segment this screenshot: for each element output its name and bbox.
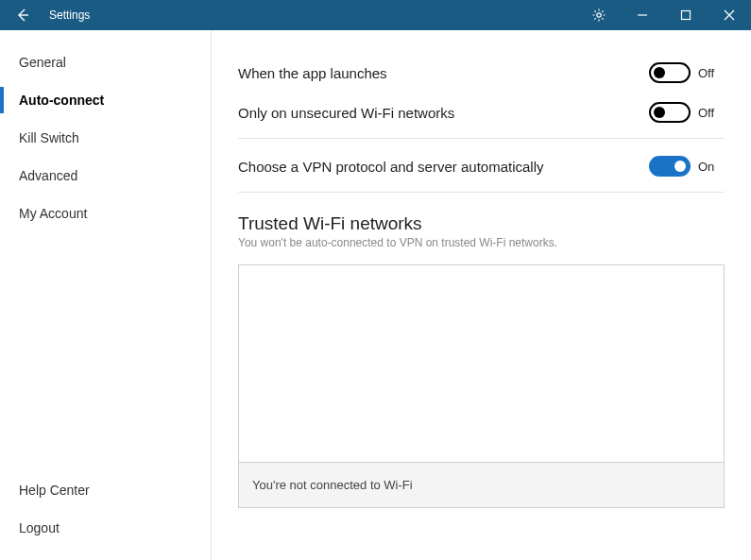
close-button[interactable] bbox=[708, 0, 751, 30]
sidebar-item-label: General bbox=[19, 55, 66, 70]
setting-row-auto-protocol: Choose a VPN protocol and server automat… bbox=[238, 146, 725, 186]
app-body: General Auto-connect Kill Switch Advance… bbox=[0, 30, 751, 560]
gear-icon bbox=[591, 8, 606, 23]
content-pane: When the app launches Off Only on unsecu… bbox=[212, 30, 751, 560]
svg-point-0 bbox=[597, 13, 601, 17]
sidebar-item-advanced[interactable]: Advanced bbox=[0, 157, 211, 195]
sidebar-nav: General Auto-connect Kill Switch Advance… bbox=[0, 43, 211, 471]
sidebar-item-label: My Account bbox=[19, 206, 87, 221]
setting-label: Only on unsecured Wi-Fi networks bbox=[238, 105, 649, 121]
titlebar: Settings bbox=[0, 0, 751, 30]
trusted-networks-list-area[interactable] bbox=[239, 265, 724, 462]
setting-label: When the app launches bbox=[238, 65, 649, 81]
minimize-button[interactable] bbox=[621, 0, 664, 30]
toggle-app-launch[interactable] bbox=[649, 62, 691, 83]
sidebar-item-label: Help Center bbox=[19, 483, 90, 498]
toggle-unsecured-wifi[interactable] bbox=[649, 102, 691, 123]
trusted-networks-title: Trusted Wi-Fi networks bbox=[238, 213, 725, 234]
sidebar-item-label: Logout bbox=[19, 520, 60, 535]
sidebar-item-general[interactable]: General bbox=[0, 43, 211, 81]
back-button[interactable] bbox=[0, 0, 45, 30]
sidebar: General Auto-connect Kill Switch Advance… bbox=[0, 30, 212, 560]
window-title: Settings bbox=[45, 8, 90, 22]
divider bbox=[238, 192, 725, 193]
toggle-auto-protocol[interactable] bbox=[649, 156, 691, 177]
sidebar-item-label: Advanced bbox=[19, 168, 77, 183]
setting-row-unsecured-wifi: Only on unsecured Wi-Fi networks Off bbox=[238, 93, 725, 132]
sidebar-item-my-account[interactable]: My Account bbox=[0, 195, 211, 232]
divider bbox=[238, 138, 725, 139]
svg-rect-1 bbox=[682, 11, 691, 20]
close-icon bbox=[724, 9, 735, 21]
toggle-knob bbox=[654, 67, 665, 78]
trusted-networks-subtitle: You won't be auto-connected to VPN on tr… bbox=[238, 236, 725, 249]
sidebar-item-label: Kill Switch bbox=[19, 130, 79, 145]
setting-row-app-launch: When the app launches Off bbox=[238, 53, 725, 93]
toggle-state-text: Off bbox=[698, 66, 725, 80]
trusted-networks-footer: You're not connected to Wi-Fi bbox=[239, 462, 724, 507]
maximize-button[interactable] bbox=[664, 0, 708, 30]
sidebar-item-kill-switch[interactable]: Kill Switch bbox=[0, 119, 211, 157]
arrow-left-icon bbox=[15, 8, 30, 23]
toggle-state-text: Off bbox=[698, 106, 725, 120]
maximize-icon bbox=[680, 9, 691, 21]
sidebar-item-help-center[interactable]: Help Center bbox=[0, 471, 211, 509]
settings-gear-button[interactable] bbox=[577, 0, 621, 30]
setting-label: Choose a VPN protocol and server automat… bbox=[238, 159, 649, 175]
sidebar-item-label: Auto-connect bbox=[19, 93, 104, 108]
sidebar-footer: Help Center Logout bbox=[0, 471, 211, 560]
toggle-knob bbox=[654, 107, 665, 118]
toggle-state-text: On bbox=[698, 160, 725, 174]
trusted-networks-footer-text: You're not connected to Wi-Fi bbox=[252, 478, 413, 492]
minimize-icon bbox=[637, 9, 648, 21]
trusted-networks-list: You're not connected to Wi-Fi bbox=[238, 264, 725, 508]
sidebar-item-auto-connect[interactable]: Auto-connect bbox=[0, 81, 211, 119]
sidebar-item-logout[interactable]: Logout bbox=[0, 509, 211, 547]
toggle-knob bbox=[674, 161, 686, 172]
